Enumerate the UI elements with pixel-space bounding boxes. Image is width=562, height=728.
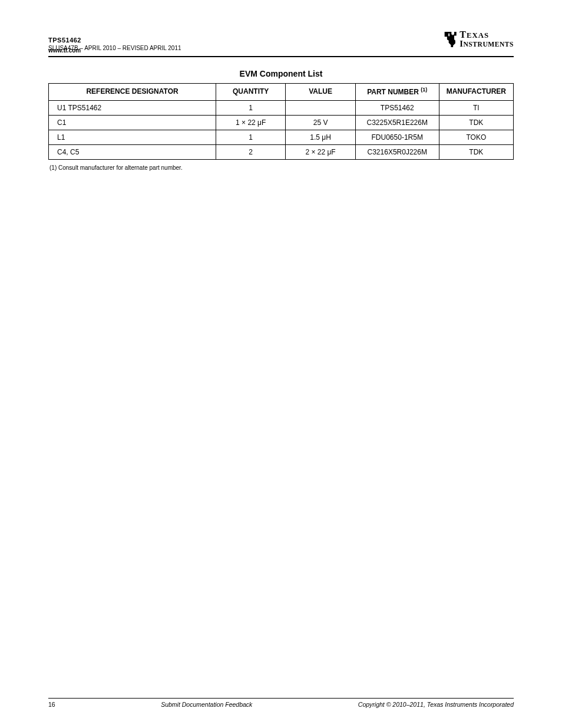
cell-mfr: TDK (439, 115, 513, 130)
cell-qty: 1 (216, 100, 286, 115)
cell-qty: 1 × 22 μF (216, 115, 286, 130)
logo-word-top: TEXAS (459, 30, 514, 39)
footer-divider (48, 698, 514, 699)
table-footnote: (1) Consult manufacturer for alternate p… (48, 164, 514, 171)
cell-part: TPS51462 (355, 100, 439, 115)
cell-part: C3225X5R1E226M (355, 115, 439, 130)
footer-submit-feedback[interactable]: Submit Documentation Feedback (161, 701, 252, 708)
col-manufacturer: MANUFACTURER (439, 84, 513, 101)
ti-logo: TEXAS INSTRUMENTS (443, 30, 514, 48)
col-value: VALUE (286, 84, 355, 101)
footer-copyright: Copyright © 2010–2011, Texas Instruments… (358, 701, 514, 708)
col-part-number: PART NUMBER (1) (355, 84, 439, 101)
page-header: TPS51462 SLUSA47B – APRIL 2010 – REVISED… (48, 18, 514, 48)
cell-mfr: TOKO (439, 130, 513, 144)
cell-part: C3216X5R0J226M (355, 144, 439, 159)
col-qty: QUANTITY (216, 84, 286, 101)
cell-qty: 2 (216, 144, 286, 159)
cell-refdes: C1 (49, 115, 216, 130)
cell-part: FDU0650-1R5M (355, 130, 439, 144)
header-left-block: TPS51462 SLUSA47B – APRIL 2010 – REVISED… (48, 37, 181, 52)
cell-value (286, 100, 355, 115)
cell-refdes: U1 TPS51462 (49, 100, 216, 115)
svg-rect-0 (449, 33, 450, 36)
cell-mfr: TI (439, 100, 513, 115)
table-row: C1 1 × 22 μF 25 V C3225X5R1E226M TDK (49, 115, 514, 130)
doc-id-dates: SLUSA47B – APRIL 2010 – REVISED APRIL 20… (48, 45, 181, 52)
cell-qty: 1 (216, 130, 286, 144)
header-divider (48, 56, 514, 57)
table-row: L1 1 1.5 μH FDU0650-1R5M TOKO (49, 130, 514, 144)
page-footer: 16 Submit Documentation Feedback Copyrig… (48, 693, 514, 708)
col-refdes: REFERENCE DESIGNATOR (49, 84, 216, 101)
cell-refdes: L1 (49, 130, 216, 144)
cell-value: 1.5 μH (286, 130, 355, 144)
cell-value: 2 × 22 μF (286, 144, 355, 159)
cell-refdes: C4, C5 (49, 144, 216, 159)
logo-word-bottom: INSTRUMENTS (459, 39, 514, 48)
component-table: REFERENCE DESIGNATOR QUANTITY VALUE PART… (48, 83, 514, 160)
table-row: C4, C5 2 2 × 22 μF C3216X5R0J226M TDK (49, 144, 514, 159)
part-number: TPS51462 (48, 37, 181, 45)
table-row: U1 TPS51462 1 TPS51462 TI (49, 100, 514, 115)
cell-mfr: TDK (439, 144, 513, 159)
table-header-row: REFERENCE DESIGNATOR QUANTITY VALUE PART… (49, 84, 514, 101)
ti-mark-icon (443, 31, 457, 48)
footer-page-number: 16 (48, 701, 55, 708)
cell-value: 25 V (286, 115, 355, 130)
svg-rect-1 (452, 33, 454, 35)
table-title: EVM Component List (48, 69, 514, 78)
